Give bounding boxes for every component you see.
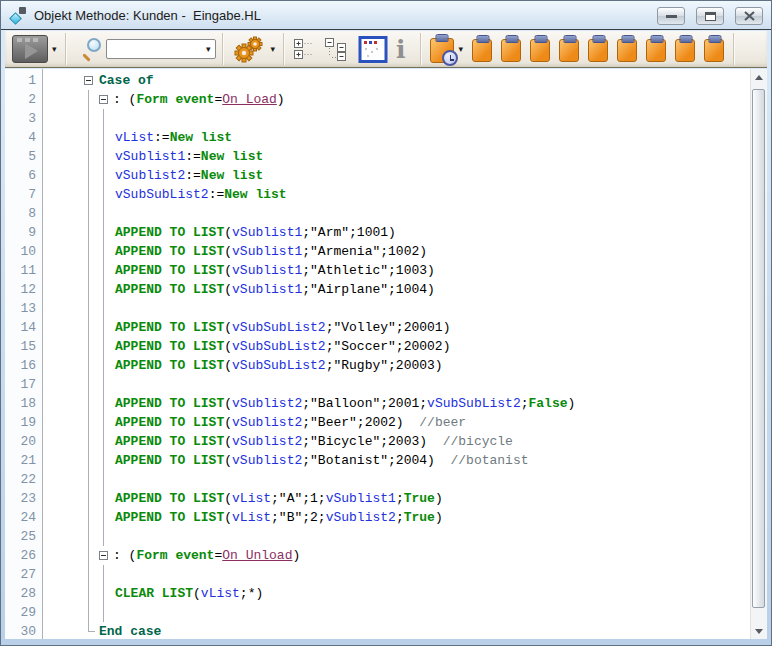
line-number[interactable]: 1 — [5, 71, 43, 90]
line-number[interactable]: 6 — [5, 166, 43, 185]
macros-dropdown-chevron-icon[interactable]: ▾ — [271, 45, 276, 54]
clipboard-history-chevron-icon[interactable]: ▾ — [459, 45, 464, 54]
code-line[interactable]: 25 — [5, 527, 750, 546]
code-line[interactable]: 19APPEND TO LIST(vSublist2;"Beer";2002) … — [5, 413, 750, 432]
line-number[interactable]: 21 — [5, 451, 43, 470]
scroll-up-button[interactable] — [751, 69, 767, 85]
code-line[interactable]: 27 — [5, 565, 750, 584]
token-pln: ( — [224, 358, 232, 373]
scroll-down-button[interactable] — [751, 623, 767, 639]
scrollbar-thumb[interactable] — [752, 89, 765, 608]
code-line[interactable]: 4vList:=New list — [5, 128, 750, 147]
line-number[interactable]: 19 — [5, 413, 43, 432]
code-text: APPEND TO LIST(vSublist2;"Balloon";2001;… — [43, 394, 575, 413]
clipboard-5-button[interactable] — [587, 35, 611, 63]
code-line[interactable]: 1Case of — [5, 71, 750, 90]
line-number[interactable]: 18 — [5, 394, 43, 413]
code-line[interactable]: 5vSublist1:=New list — [5, 147, 750, 166]
fold-guide-line — [88, 166, 89, 185]
vertical-scrollbar[interactable] — [750, 69, 767, 639]
code-line[interactable]: 9APPEND TO LIST(vSublist1;"Arm";1001) — [5, 223, 750, 242]
line-number[interactable]: 12 — [5, 280, 43, 299]
information-button[interactable]: i — [388, 37, 414, 62]
fold-collapse-icon[interactable] — [99, 551, 108, 560]
search-input[interactable] — [107, 41, 202, 57]
clipboard-2-button[interactable] — [500, 35, 524, 63]
clipboard-8-button[interactable] — [674, 35, 698, 63]
line-number[interactable]: 29 — [5, 603, 43, 622]
code-line[interactable]: 28CLEAR LIST(vList;*) — [5, 584, 750, 603]
line-number[interactable]: 23 — [5, 489, 43, 508]
code-line[interactable]: 11APPEND TO LIST(vSublist1;"Athletic";10… — [5, 261, 750, 280]
fold-collapse-icon[interactable] — [99, 95, 108, 104]
code-editor[interactable]: 1Case of2: (Form event=On Load)34vList:=… — [5, 69, 767, 639]
clipboard-6-button[interactable] — [616, 35, 640, 63]
clipboard-3-button[interactable] — [529, 35, 553, 63]
collapse-all-button[interactable] — [324, 37, 348, 61]
clipboard-9-button[interactable] — [703, 35, 727, 63]
code-line[interactable]: 10APPEND TO LIST(vSublist1;"Armenia";100… — [5, 242, 750, 261]
code-line[interactable]: 21APPEND TO LIST(vSublist2;"Botanist";20… — [5, 451, 750, 470]
clipboard-1-button[interactable] — [471, 35, 495, 63]
line-number[interactable]: 8 — [5, 204, 43, 223]
line-number[interactable]: 15 — [5, 337, 43, 356]
token-pln: ) — [277, 92, 285, 107]
line-number[interactable]: 14 — [5, 318, 43, 337]
code-line[interactable]: 6vSublist2:=New list — [5, 166, 750, 185]
line-number[interactable]: 13 — [5, 299, 43, 318]
line-number[interactable]: 25 — [5, 527, 43, 546]
code-line-body: vSublist1:=New list — [43, 147, 750, 166]
code-line[interactable]: 8 — [5, 204, 750, 223]
line-number[interactable]: 3 — [5, 109, 43, 128]
token-pln: ( — [224, 320, 232, 335]
code-line[interactable]: 29 — [5, 603, 750, 622]
macros-button[interactable] — [233, 35, 267, 63]
line-number[interactable]: 28 — [5, 584, 43, 603]
line-number[interactable]: 10 — [5, 242, 43, 261]
line-number[interactable]: 7 — [5, 185, 43, 204]
line-number[interactable]: 16 — [5, 356, 43, 375]
line-number[interactable]: 22 — [5, 470, 43, 489]
code-line[interactable]: 17 — [5, 375, 750, 394]
close-button[interactable] — [735, 7, 763, 25]
clipboard-4-button[interactable] — [558, 35, 582, 63]
run-method-button[interactable] — [5, 35, 48, 63]
code-line[interactable]: 7vSubSubList2:=New list — [5, 185, 750, 204]
code-line[interactable]: 24APPEND TO LIST(vList;"B";2;vSublist2;T… — [5, 508, 750, 527]
line-number[interactable]: 26 — [5, 546, 43, 565]
run-dropdown-chevron-icon[interactable]: ▾ — [52, 45, 57, 54]
line-number[interactable]: 17 — [5, 375, 43, 394]
line-number[interactable]: 27 — [5, 565, 43, 584]
expand-all-button[interactable] — [293, 37, 315, 61]
code-line[interactable]: 12APPEND TO LIST(vSublist1;"Airplane";10… — [5, 280, 750, 299]
fold-guide-line — [103, 223, 104, 242]
title-bar[interactable]: Objekt Methode: Kunden - Eingabe.HL — [1, 1, 771, 30]
line-number[interactable]: 2 — [5, 90, 43, 109]
clipboard-history-button[interactable] — [429, 34, 455, 64]
clipboard-7-button[interactable] — [645, 35, 669, 63]
code-line[interactable]: 30End case — [5, 622, 750, 639]
line-number[interactable]: 24 — [5, 508, 43, 527]
line-number[interactable]: 20 — [5, 432, 43, 451]
code-line[interactable]: 15APPEND TO LIST(vSubSubList2;"Soccer";2… — [5, 337, 750, 356]
code-line[interactable]: 20APPEND TO LIST(vSublist2;"Bicycle";200… — [5, 432, 750, 451]
code-line[interactable]: 2: (Form event=On Load) — [5, 90, 750, 109]
restore-button[interactable] — [696, 7, 724, 25]
code-line[interactable]: 16APPEND TO LIST(vSubSubList2;"Rugby";20… — [5, 356, 750, 375]
code-line[interactable]: 26: (Form event=On Unload) — [5, 546, 750, 565]
code-line[interactable]: 23APPEND TO LIST(vList;"A";1;vSublist1;T… — [5, 489, 750, 508]
search-dropdown-chevron-icon[interactable]: ▾ — [206, 45, 211, 54]
code-line[interactable]: 22 — [5, 470, 750, 489]
fold-collapse-icon[interactable] — [84, 76, 93, 85]
line-number[interactable]: 5 — [5, 147, 43, 166]
code-line[interactable]: 18APPEND TO LIST(vSublist2;"Balloon";200… — [5, 394, 750, 413]
minimize-button[interactable] — [657, 7, 685, 25]
code-line[interactable]: 14APPEND TO LIST(vSubSubList2;"Volley";2… — [5, 318, 750, 337]
code-line[interactable]: 3 — [5, 109, 750, 128]
line-number[interactable]: 30 — [5, 622, 43, 639]
line-number[interactable]: 11 — [5, 261, 43, 280]
method-properties-button[interactable] — [358, 36, 388, 63]
line-number[interactable]: 9 — [5, 223, 43, 242]
code-line[interactable]: 13 — [5, 299, 750, 318]
line-number[interactable]: 4 — [5, 128, 43, 147]
